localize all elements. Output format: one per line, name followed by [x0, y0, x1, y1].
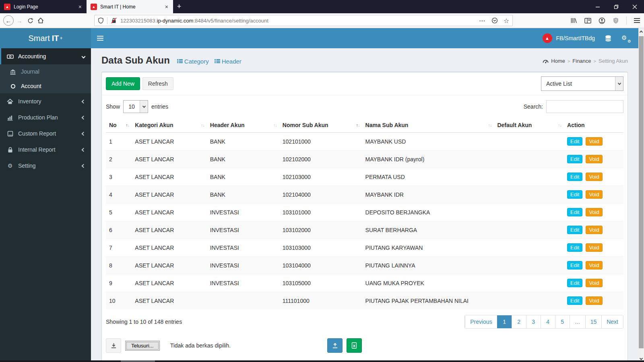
- column-header-kategori[interactable]: Kategori Akun↑↓: [132, 118, 206, 133]
- pagination-item[interactable]: Previous: [465, 315, 497, 328]
- edit-button[interactable]: Edit: [567, 243, 582, 252]
- sidebar-item-setting[interactable]: ⚙ Setting: [0, 158, 91, 174]
- library-icon[interactable]: [570, 17, 577, 24]
- account-icon[interactable]: [599, 17, 605, 24]
- pagination-item[interactable]: 5: [555, 315, 570, 328]
- edit-button[interactable]: Edit: [567, 261, 582, 269]
- status-filter-select[interactable]: Active List: [541, 76, 623, 91]
- browser-tab-smart-it-home[interactable]: ▲ Smart IT | Home ×: [87, 0, 173, 13]
- home-button[interactable]: [35, 17, 46, 24]
- insecure-lock-icon[interactable]: [111, 17, 117, 24]
- edit-button[interactable]: Edit: [567, 190, 582, 199]
- browser-tab-login-page[interactable]: ▲ Login Page ×: [0, 0, 87, 13]
- add-new-button[interactable]: Add New: [106, 77, 140, 90]
- browser-titlebar: ▲ Login Page × ▲ Smart IT | Home × +: [0, 0, 644, 13]
- sidebar-item-custom-report[interactable]: Custom Report: [0, 125, 91, 142]
- void-button[interactable]: Void: [586, 137, 602, 146]
- pagination-item[interactable]: 3: [526, 315, 541, 328]
- window-close-button[interactable]: [625, 0, 644, 13]
- sidebar-item-internal-report[interactable]: Internal Report: [0, 142, 91, 158]
- edit-button[interactable]: Edit: [567, 208, 582, 216]
- category-link[interactable]: Category: [177, 58, 209, 65]
- window-restore-button[interactable]: [607, 0, 625, 13]
- accounts-table: No↑↓ Kategori Akun↑↓ Header Akun↑↓ Nomor…: [106, 118, 623, 309]
- export-excel-button[interactable]: [347, 338, 362, 353]
- sidebar-item-journal[interactable]: Journal: [0, 64, 91, 79]
- void-button[interactable]: Void: [586, 173, 602, 181]
- edit-button[interactable]: Edit: [567, 137, 582, 146]
- refresh-button[interactable]: Refresh: [142, 77, 173, 90]
- void-button[interactable]: Void: [586, 155, 602, 163]
- upload-button[interactable]: [327, 338, 343, 353]
- cell-nomor: 102101000: [279, 133, 362, 150]
- edit-button[interactable]: Edit: [567, 155, 582, 163]
- pagination-item[interactable]: Next: [601, 315, 623, 328]
- tab-close-icon[interactable]: ×: [78, 4, 83, 10]
- page-actions-icon[interactable]: ···: [479, 18, 486, 24]
- search-input[interactable]: [546, 100, 623, 113]
- pagination-item[interactable]: 1: [497, 315, 512, 328]
- void-button[interactable]: Void: [586, 296, 602, 305]
- void-button[interactable]: Void: [586, 243, 602, 252]
- column-header-nama[interactable]: Nama Sub Akun↑↓: [362, 118, 494, 133]
- tab-close-icon[interactable]: ×: [164, 4, 169, 10]
- sidebar-item-account[interactable]: Account: [0, 79, 91, 93]
- download-template-button[interactable]: [106, 338, 121, 353]
- void-button[interactable]: Void: [586, 226, 602, 234]
- menu-icon[interactable]: [634, 17, 640, 24]
- void-button[interactable]: Void: [586, 261, 602, 269]
- user-menu[interactable]: ▲ FB/SmartITBdg: [543, 33, 595, 43]
- reload-button[interactable]: [25, 18, 35, 24]
- cell-nama: PERMATA USD: [362, 168, 494, 186]
- file-browse-button[interactable]: Telusuri...: [125, 341, 160, 351]
- edit-button[interactable]: Edit: [567, 296, 582, 305]
- sidebar-item-accounting[interactable]: Accounting: [0, 48, 91, 64]
- forward-button[interactable]: →: [14, 17, 25, 24]
- gear-icon: ⚙: [6, 162, 14, 169]
- edit-button[interactable]: Edit: [567, 173, 582, 181]
- scroll-up-icon[interactable]: [638, 28, 644, 35]
- sidebar-toggle-icon[interactable]: [97, 35, 103, 42]
- scrollbar-thumb[interactable]: [639, 36, 644, 348]
- url-text[interactable]: 122303215083.ip-dynamic.com:8484/v5/fina…: [120, 18, 479, 24]
- pagination-item[interactable]: 2: [512, 315, 526, 328]
- back-button[interactable]: ←: [3, 15, 14, 26]
- sidebar-item-inventory[interactable]: Inventory: [0, 93, 91, 109]
- cell-nama: DEPOSITO BERJANGKA: [362, 204, 494, 221]
- svg-text:?: ?: [615, 19, 617, 23]
- bookmark-star-icon[interactable]: ☆: [504, 17, 509, 25]
- column-header-no[interactable]: No↑↓: [106, 118, 132, 133]
- accounting-submenu: Journal Account: [0, 64, 91, 93]
- breadcrumb-home[interactable]: Home: [551, 58, 565, 64]
- tracking-protection-shield-icon[interactable]: [98, 17, 104, 24]
- gears-icon[interactable]: ⚙⚙: [621, 34, 630, 42]
- sidebar-item-production-plan[interactable]: Production Plan: [0, 109, 91, 125]
- window-minimize-button[interactable]: [588, 0, 607, 13]
- protections-help-icon[interactable]: ?: [613, 17, 619, 24]
- void-button[interactable]: Void: [586, 279, 602, 287]
- pagination-item[interactable]: 4: [541, 315, 555, 328]
- pagination-item[interactable]: …: [570, 315, 585, 328]
- horizontal-scrollbar[interactable]: [0, 360, 644, 362]
- app-logo[interactable]: SmartIT+: [0, 28, 91, 48]
- database-icon[interactable]: [605, 35, 612, 42]
- pagination-item[interactable]: 15: [585, 315, 602, 328]
- column-header-default[interactable]: Default Akun↑↓: [494, 118, 564, 133]
- pocket-icon[interactable]: [491, 17, 498, 24]
- void-button[interactable]: Void: [586, 190, 602, 199]
- column-header-nomor[interactable]: Nomor Sub Akun↑↓: [279, 118, 362, 133]
- void-button[interactable]: Void: [586, 208, 602, 216]
- book-icon: [6, 131, 14, 137]
- cell-nama: PIUTANG LAINNYA: [362, 257, 494, 274]
- vertical-scrollbar[interactable]: [638, 28, 644, 362]
- edit-button[interactable]: Edit: [567, 226, 582, 234]
- new-tab-button[interactable]: +: [173, 0, 185, 13]
- breadcrumb-finance[interactable]: Finance: [572, 58, 591, 64]
- column-header-header-akun[interactable]: Header Akun↑↓: [207, 118, 279, 133]
- url-bar[interactable]: 122303215083.ip-dynamic.com:8484/v5/fina…: [94, 15, 513, 26]
- header-link[interactable]: Header: [215, 58, 242, 65]
- edit-button[interactable]: Edit: [567, 279, 582, 287]
- sidebars-icon[interactable]: [584, 18, 591, 24]
- scrollbar-thumb[interactable]: [121, 360, 155, 362]
- page-size-select[interactable]: 10: [123, 100, 148, 113]
